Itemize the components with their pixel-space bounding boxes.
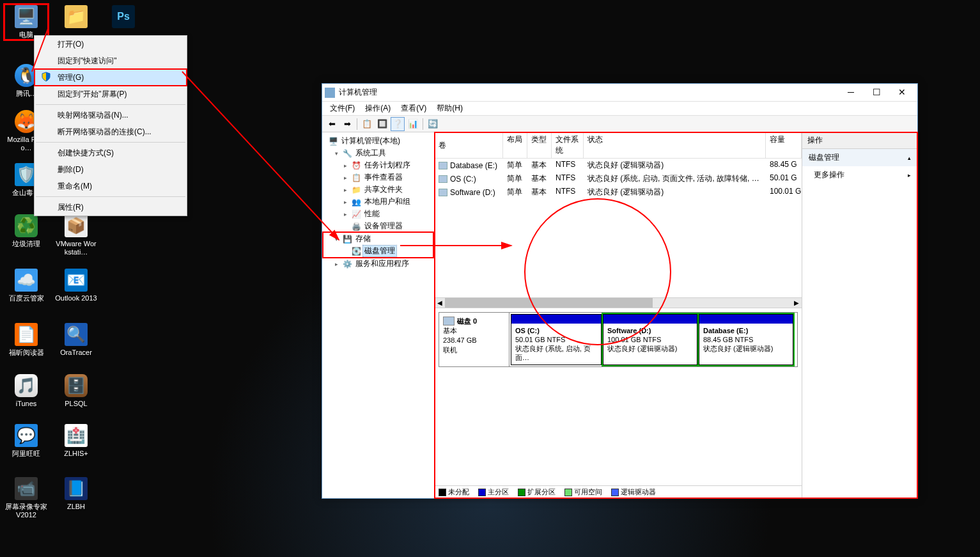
tree-performance[interactable]: ▸📈性能 bbox=[323, 208, 433, 220]
toolbar-separator bbox=[357, 118, 357, 130]
actions-diskmgmt[interactable]: 磁盘管理▴ bbox=[802, 149, 917, 166]
svg-line-1 bbox=[182, 72, 339, 240]
menu-help[interactable]: 帮助(H) bbox=[432, 102, 468, 115]
maximize-button[interactable]: ☐ bbox=[864, 85, 889, 100]
col-layout[interactable]: 布局 bbox=[503, 132, 527, 158]
desktop-icon-plsql[interactable]: 🗄️PLSQL bbox=[55, 374, 97, 408]
tree-task-scheduler[interactable]: ▸⏰任务计划程序 bbox=[323, 159, 433, 171]
volume-row[interactable]: OS (C:)简单基本NTFS状态良好 (系统, 启动, 页面文件, 活动, 故… bbox=[435, 172, 802, 185]
users-icon: 👥 bbox=[351, 197, 361, 207]
col-type[interactable]: 类型 bbox=[527, 132, 552, 158]
col-volume[interactable]: 卷 bbox=[435, 132, 503, 158]
partition-status: 状态良好 (逻辑驱动器) bbox=[703, 344, 789, 353]
disk-state: 联机 bbox=[443, 346, 457, 354]
actions-header: 操作 bbox=[802, 132, 917, 149]
expand-icon[interactable]: ▸ bbox=[341, 199, 349, 205]
desktop-icon-zlhis[interactable]: 🏥ZLHIS+ bbox=[55, 424, 97, 458]
drive-icon bbox=[439, 162, 447, 169]
menu-file[interactable]: 文件(F) bbox=[325, 102, 360, 115]
desktop-icon-baidu-cloud[interactable]: ☁️百度云管家 bbox=[5, 269, 47, 302]
actions-panel: 操作 磁盘管理▴ 更多操作▸ bbox=[802, 132, 917, 498]
refresh-button[interactable]: 🔄 bbox=[426, 117, 440, 131]
menu-action[interactable]: 操作(A) bbox=[360, 102, 396, 115]
tree-disk-management[interactable]: 💽磁盘管理 bbox=[323, 245, 433, 257]
desktop-icon-computer[interactable]: 🖥️电脑 bbox=[5, 5, 47, 39]
legend-unallocated: 未分配 bbox=[439, 487, 469, 497]
ctx-map-drive[interactable]: 映射网络驱动器(N)... bbox=[35, 107, 187, 123]
expand-icon[interactable]: ▸ bbox=[341, 211, 349, 217]
desktop-icon-zlbh[interactable]: 📘ZLBH bbox=[55, 477, 97, 511]
up-button[interactable]: 📋 bbox=[360, 117, 374, 131]
expand-icon: ▸ bbox=[908, 172, 911, 178]
toolbar: ⬅ ➡ 📋 🔲 ❔ 📊 🔄 bbox=[322, 116, 917, 132]
ctx-pin-quick-access[interactable]: 固定到"快速访问" bbox=[35, 52, 187, 69]
horizontal-scrollbar[interactable]: ◀ ▶ bbox=[435, 297, 802, 308]
ctx-delete[interactable]: 删除(D) bbox=[35, 161, 187, 178]
desktop-icon-outlook[interactable]: 📧Outlook 2013 bbox=[55, 269, 97, 302]
desktop-icon-screen-recorder[interactable]: 📹屏幕录像专家 V2012 bbox=[5, 477, 47, 519]
ctx-properties[interactable]: 属性(R) bbox=[35, 199, 187, 216]
tree-storage[interactable]: ▾💾存储 bbox=[323, 233, 433, 245]
disk-row[interactable]: 磁盘 0 基本 238.47 GB 联机 OS (C:) 50.01 GB NT… bbox=[439, 312, 798, 367]
col-status[interactable]: 状态 bbox=[584, 132, 766, 158]
tree-local-users[interactable]: ▸👥本地用户和组 bbox=[323, 196, 433, 208]
ctx-disconnect-drive[interactable]: 断开网络驱动器的连接(C)... bbox=[35, 123, 187, 140]
scroll-right-icon[interactable]: ▶ bbox=[791, 298, 802, 308]
minimize-button[interactable]: ─ bbox=[838, 85, 864, 100]
tree-shared-folders[interactable]: ▸📁共享文件夹 bbox=[323, 184, 433, 196]
legend-extended: 扩展分区 bbox=[518, 487, 556, 497]
col-capacity[interactable]: 容量 bbox=[766, 132, 802, 158]
desktop-icon-foxit[interactable]: 📄福昕阅读器 bbox=[5, 323, 47, 357]
ctx-manage[interactable]: 管理(G) bbox=[35, 69, 187, 86]
partition-name: Software (D:) bbox=[607, 326, 693, 335]
col-filesystem[interactable]: 文件系统 bbox=[552, 132, 584, 158]
desktop-icon-folder[interactable]: 📁 bbox=[55, 5, 97, 31]
volume-row[interactable]: Database (E:)简单基本NTFS状态良好 (逻辑驱动器)88.45 G bbox=[435, 159, 802, 172]
partition-size: 100.01 GB NTFS bbox=[607, 335, 693, 344]
tree-device-manager[interactable]: 🖨️设备管理器 bbox=[323, 220, 433, 232]
expand-icon[interactable]: ▸ bbox=[341, 187, 349, 193]
view-button[interactable]: 🔲 bbox=[375, 117, 389, 131]
disk-map: 磁盘 0 基本 238.47 GB 联机 OS (C:) 50.01 GB NT… bbox=[435, 308, 802, 485]
ctx-pin-start[interactable]: 固定到"开始"屏幕(P) bbox=[35, 86, 187, 102]
volume-row[interactable]: Software (D:)简单基本NTFS状态良好 (逻辑驱动器)100.01 … bbox=[435, 185, 802, 199]
expand-icon[interactable]: ▾ bbox=[332, 150, 340, 157]
desktop-icon-trash-clean[interactable]: ♻️垃圾清理 bbox=[5, 214, 47, 248]
ctx-rename[interactable]: 重命名(M) bbox=[35, 178, 187, 194]
desktop-icon-oratracer[interactable]: 🔍OraTracer bbox=[55, 323, 97, 357]
desktop-icon-itunes[interactable]: 🎵iTunes bbox=[5, 374, 47, 408]
tree-root[interactable]: 🖥️计算机管理(本地) bbox=[323, 135, 433, 147]
tree-services-apps[interactable]: ▸⚙️服务和应用程序 bbox=[323, 258, 433, 270]
toolbar-separator bbox=[423, 118, 423, 130]
desktop-icon-aliwangwang[interactable]: 💬阿里旺旺 bbox=[5, 424, 47, 458]
expand-icon[interactable]: ▸ bbox=[341, 175, 349, 181]
event-icon: 📋 bbox=[351, 173, 361, 183]
forward-button[interactable]: ➡ bbox=[340, 117, 354, 131]
titlebar[interactable]: 计算机管理 ─ ☐ ✕ bbox=[322, 84, 917, 102]
legend: 未分配 主分区 扩展分区 可用空间 逻辑驱动器 bbox=[435, 485, 802, 498]
expand-icon[interactable]: ▾ bbox=[332, 236, 340, 242]
disk-info: 磁盘 0 基本 238.47 GB 联机 bbox=[439, 313, 509, 366]
partition-database[interactable]: Database (E:) 88.45 GB NTFS 状态良好 (逻辑驱动器) bbox=[699, 314, 793, 365]
list-button[interactable]: 📊 bbox=[406, 117, 420, 131]
actions-more[interactable]: 更多操作▸ bbox=[802, 166, 917, 184]
tree-system-tools[interactable]: ▾🔧系统工具 bbox=[323, 147, 433, 159]
desktop-icon-photoshop[interactable]: Ps bbox=[102, 5, 144, 31]
partition-os[interactable]: OS (C:) 50.01 GB NTFS 状态良好 (系统, 启动, 页面… bbox=[511, 314, 602, 365]
tree-event-viewer[interactable]: ▸📋事件查看器 bbox=[323, 171, 433, 184]
close-button[interactable]: ✕ bbox=[889, 85, 915, 100]
menu-view[interactable]: 查看(V) bbox=[396, 102, 432, 115]
expand-icon[interactable]: ▸ bbox=[341, 162, 349, 169]
tools-icon: 🔧 bbox=[342, 148, 352, 159]
window-title: 计算机管理 bbox=[339, 87, 838, 98]
partition-software[interactable]: Software (D:) 100.01 GB NTFS 状态良好 (逻辑驱动器… bbox=[603, 314, 697, 365]
legend-free: 可用空间 bbox=[564, 487, 602, 497]
ctx-create-shortcut[interactable]: 创建快捷方式(S) bbox=[35, 145, 187, 161]
expand-icon[interactable]: ▸ bbox=[332, 261, 340, 267]
help-button[interactable]: ❔ bbox=[391, 117, 405, 131]
perf-icon: 📈 bbox=[351, 209, 361, 219]
desktop-icon-vmware[interactable]: 📦VMware Workstati… bbox=[55, 214, 97, 256]
scroll-left-icon[interactable]: ◀ bbox=[435, 298, 445, 308]
back-button[interactable]: ⬅ bbox=[325, 117, 339, 131]
ctx-open[interactable]: 打开(O) bbox=[35, 36, 187, 52]
